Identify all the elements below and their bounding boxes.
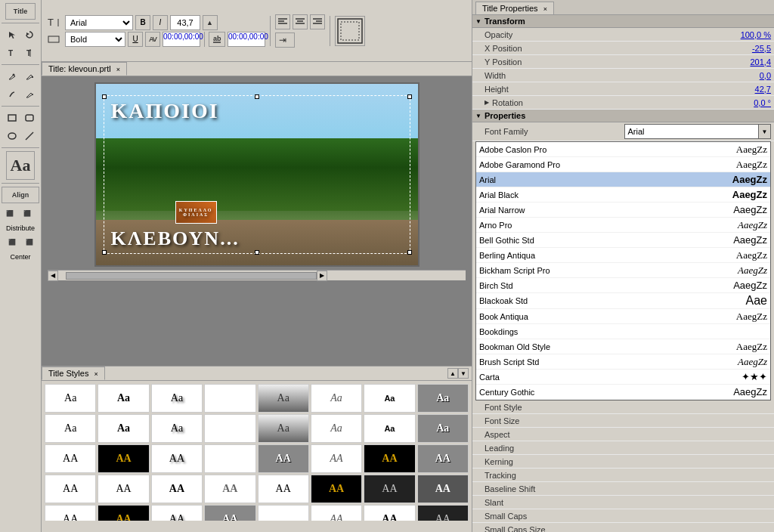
delete-anchor-tool[interactable] [21, 86, 38, 103]
style-item[interactable]: Aa [98, 414, 149, 443]
pen-tool[interactable] [4, 68, 20, 85]
font-family-dropdown-arrow[interactable]: ▼ [758, 125, 770, 138]
style-item[interactable]: AA [417, 505, 469, 521]
font-family-selector[interactable]: Arial ▼ [624, 124, 772, 139]
underline-btn[interactable]: U [128, 32, 143, 47]
style-item[interactable]: Aa [45, 414, 96, 443]
style-item[interactable]: AA [258, 505, 309, 521]
style-item[interactable]: AA [364, 444, 415, 473]
font-list-item[interactable]: ArialAaegZz [476, 172, 770, 187]
style-item[interactable]: Aa [311, 384, 362, 413]
select-tool[interactable] [4, 26, 20, 43]
style-item[interactable]: AA [417, 444, 469, 473]
font-family-select[interactable]: Arial [65, 15, 133, 30]
align-center-btn[interactable]: ⬛ [19, 205, 36, 221]
distribute-v-btn[interactable]: ⬛ [21, 234, 38, 250]
add-anchor-tool[interactable] [21, 68, 38, 85]
canvas-text-top[interactable]: ΚΑΠΟΙΟΙ [111, 99, 219, 123]
text-tool[interactable]: T [4, 45, 20, 61]
bold-btn[interactable]: B [135, 15, 150, 30]
style-item[interactable]: Aa [258, 384, 309, 413]
title-styles-tab[interactable]: Title Styles × [42, 367, 105, 380]
distribute-h-btn[interactable]: ⬛ [4, 234, 20, 250]
styles-tab-close[interactable]: × [94, 370, 98, 378]
scroll-right-btn[interactable]: ▶ [317, 271, 327, 281]
font-size-up[interactable]: ▲ [203, 15, 218, 30]
style-item[interactable]: AA [45, 475, 96, 503]
align-text-left-btn[interactable] [275, 14, 290, 29]
style-item[interactable]: Aa [364, 384, 415, 413]
rounded-rect-tool[interactable] [21, 110, 38, 126]
style-item[interactable]: Aa [364, 414, 415, 443]
scroll-thumb[interactable] [66, 272, 317, 280]
style-item[interactable]: AA [258, 475, 309, 503]
font-size-input[interactable] [170, 15, 200, 30]
transform-section-header[interactable]: ▼ Transform [472, 15, 774, 28]
safe-margin-btn[interactable] [335, 16, 365, 46]
opacity-value[interactable]: 100,0 % [741, 30, 771, 39]
font-list-item[interactable]: Berling AntiquaAaegZz [476, 248, 770, 263]
xposition-value[interactable]: -25,5 [752, 44, 771, 53]
style-item[interactable]: AA [364, 505, 415, 521]
sample-style-tool[interactable]: Aa [6, 151, 35, 180]
kern-btn[interactable]: AV [145, 32, 160, 47]
font-list-item[interactable]: Blackoak StdAae [476, 293, 770, 309]
canvas-wrapper[interactable]: ΚΑΠΟΙΟΙ ΚΛΕΒΟΥΝ... ΚΥΠΕΛΛΟ ΦΙΛΙΑΣ [42, 76, 472, 366]
font-list-item[interactable]: Adobe Caslon ProAaegZz [476, 142, 770, 157]
style-item[interactable]: AA [45, 444, 96, 473]
style-item[interactable]: Aa [45, 384, 96, 413]
font-list-item[interactable]: Bickham Script ProAaegZz [476, 263, 770, 278]
font-style-select[interactable]: Bold [65, 32, 125, 47]
style-item[interactable]: AA [204, 505, 255, 521]
width-value[interactable]: 0,0 [760, 71, 771, 80]
align-text-center-btn[interactable] [293, 14, 308, 29]
underline-icon[interactable]: ab [209, 32, 225, 47]
rotation-value[interactable]: 0,0 ° [754, 98, 771, 107]
right-tab-close[interactable]: × [543, 5, 547, 13]
styles-scroll-down[interactable]: ▼ [458, 368, 469, 379]
style-item[interactable]: Aa [151, 384, 203, 413]
font-list-item[interactable]: Adobe Garamond ProAaegZz [476, 157, 770, 172]
style-item[interactable]: Aa [204, 384, 255, 413]
style-item[interactable]: AA [151, 444, 203, 473]
style-item[interactable]: AA [98, 505, 149, 521]
style-item[interactable]: Aa [311, 414, 362, 443]
style-item[interactable]: AA [151, 475, 203, 503]
style-item[interactable]: AA [258, 444, 309, 473]
title-properties-tab[interactable]: Title Properties × [475, 2, 554, 14]
yposition-value[interactable]: 201,4 [750, 57, 771, 66]
align-text-right-btn[interactable] [310, 14, 325, 29]
style-item[interactable]: AA [204, 444, 255, 473]
font-list-item[interactable]: Bell Gothic StdAaegZz [476, 233, 770, 248]
height-value[interactable]: 42,7 [755, 85, 771, 94]
align-left-btn[interactable]: ⬛ [2, 205, 18, 221]
style-item[interactable]: AA [311, 475, 362, 503]
style-item[interactable]: AA [98, 444, 149, 473]
style-item[interactable]: AA [98, 475, 149, 503]
file-tab-close[interactable]: × [116, 66, 120, 73]
file-tab[interactable]: Title: klevoun.prtl × [42, 62, 127, 76]
font-list-item[interactable]: Book AntiquaAaegZz [476, 309, 770, 324]
style-item[interactable]: Aa [98, 384, 149, 413]
style-item[interactable]: AA [311, 444, 362, 473]
style-item[interactable]: Aa [151, 414, 203, 443]
font-list-item[interactable]: Arial NarrowAaegZz [476, 203, 770, 218]
horizontal-scrollbar[interactable]: ◀ ▶ [48, 270, 466, 280]
font-list-item[interactable]: Century GothicAaegZz [476, 385, 770, 400]
line-tool[interactable] [21, 128, 38, 144]
font-list-item[interactable]: Arial BlackAaegZz [476, 187, 770, 203]
font-list-item[interactable]: Arno ProAaegZz [476, 218, 770, 233]
style-item[interactable]: Aa [417, 384, 469, 413]
font-list-item[interactable]: Bookdings [476, 324, 770, 339]
ellipse-tool[interactable] [4, 128, 20, 144]
italic-btn[interactable]: I [153, 15, 168, 30]
tab-icon[interactable]: ⇥ [275, 32, 295, 48]
scroll-left-btn[interactable]: ◀ [48, 271, 58, 281]
properties-section-header[interactable]: ▼ Properties [472, 110, 774, 122]
style-item[interactable]: AA [311, 505, 362, 521]
canvas-text-bottom[interactable]: ΚΛΕΒΟΥΝ... ΚΥΠΕΛΛΟ ΦΙΛΙΑΣ [111, 227, 240, 250]
font-list-item[interactable]: Bookman Old StyleAaegZz [476, 339, 770, 354]
style-item[interactable]: Aa [417, 414, 469, 443]
font-list-item[interactable]: Carta✦★✦ [476, 370, 770, 385]
font-list-item[interactable]: Brush Script StdAaegZz [476, 354, 770, 370]
